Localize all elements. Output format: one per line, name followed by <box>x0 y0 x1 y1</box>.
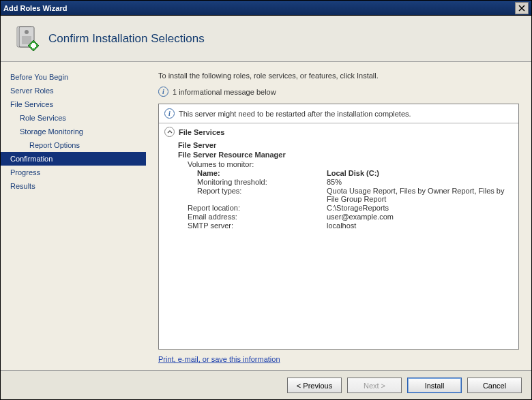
nav-server-roles[interactable]: Server Roles <box>1 84 146 97</box>
previous-button[interactable]: < Previous <box>287 378 342 393</box>
install-button[interactable]: Install <box>407 378 462 393</box>
nav-storage-monitoring[interactable]: Storage Monitoring <box>1 125 146 138</box>
content-area: To install the following roles, role ser… <box>146 62 531 370</box>
report-location-label: Report location: <box>188 204 327 212</box>
svg-point-2 <box>25 30 29 34</box>
page-title: Confirm Installation Selections <box>48 32 205 46</box>
report-location-value: C:\StorageReports <box>327 204 513 212</box>
sidebar: Before You Begin Server Roles File Servi… <box>1 62 146 370</box>
smtp-value: localhost <box>327 221 513 230</box>
titlebar: Add Roles Wizard <box>1 1 531 16</box>
svg-rect-5 <box>31 44 36 47</box>
nav-results[interactable]: Results <box>1 179 146 193</box>
summary-panel: i This server might need to be restarted… <box>158 104 519 350</box>
print-email-save-link[interactable]: Print, e-mail, or save this information <box>158 355 519 363</box>
close-button[interactable] <box>515 2 529 14</box>
info-icon: i <box>158 87 168 97</box>
restart-warning-text: This server might need to be restarted a… <box>179 110 411 118</box>
threshold-value: 85% <box>327 178 513 186</box>
restart-warning-row: i This server might need to be restarted… <box>159 104 518 123</box>
section-header[interactable]: File Services <box>159 123 518 140</box>
svg-rect-3 <box>22 36 31 44</box>
report-types-value: Quota Usage Report, Files by Owner Repor… <box>327 187 513 203</box>
report-types-label: Report types: <box>197 187 327 203</box>
wizard-footer: < Previous Next > Install Cancel <box>1 370 531 400</box>
cancel-button[interactable]: Cancel <box>467 378 522 393</box>
role-file-server: File Server <box>178 141 513 149</box>
collapse-icon[interactable] <box>164 127 175 137</box>
nav-report-options[interactable]: Report Options <box>1 138 146 152</box>
close-icon <box>518 5 525 12</box>
section-body: File Server File Server Resource Manager… <box>159 140 518 236</box>
intro-text: To install the following roles, role ser… <box>158 72 519 80</box>
wizard-icon <box>12 24 42 54</box>
name-label: Name: <box>197 169 327 177</box>
nav-file-services[interactable]: File Services <box>1 97 146 111</box>
threshold-label: Monitoring threshold: <box>197 178 327 186</box>
info-icon: i <box>164 108 175 119</box>
next-button: Next > <box>347 378 402 393</box>
info-count-text: 1 informational message below <box>173 88 276 96</box>
wizard-body: Before You Begin Server Roles File Servi… <box>1 62 531 370</box>
email-label: Email address: <box>188 213 327 221</box>
info-message-row: i 1 informational message below <box>158 87 519 97</box>
nav-confirmation[interactable]: Confirmation <box>1 152 146 166</box>
window-title: Add Roles Wizard <box>3 4 515 12</box>
nav-role-services[interactable]: Role Services <box>1 111 146 125</box>
email-value: user@example.com <box>327 213 513 221</box>
nav-progress[interactable]: Progress <box>1 166 146 179</box>
smtp-label: SMTP server: <box>188 221 327 230</box>
section-title: File Services <box>179 128 224 136</box>
volumes-label: Volumes to monitor: <box>178 160 513 168</box>
role-fsrm: File Server Resource Manager <box>178 151 513 159</box>
name-value: Local Disk (C:) <box>327 169 513 177</box>
wizard-header: Confirm Installation Selections <box>1 16 531 62</box>
nav-before-you-begin[interactable]: Before You Begin <box>1 70 146 84</box>
